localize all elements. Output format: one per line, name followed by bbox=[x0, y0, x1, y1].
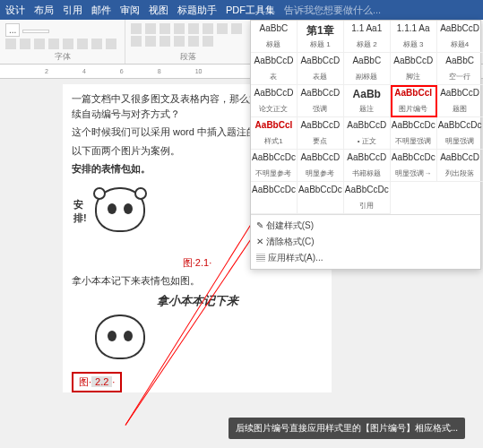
line-spacing-icon[interactable] bbox=[174, 36, 185, 47]
font-group-label: 字体 bbox=[55, 51, 71, 63]
style-item-标题 3[interactable]: 1.1.1 Aa标题 3 bbox=[391, 21, 437, 53]
tab-mail[interactable]: 邮件 bbox=[91, 4, 111, 17]
style-item-副标题[interactable]: AaBbC副标题 bbox=[344, 53, 391, 85]
font-color-icon[interactable] bbox=[106, 39, 116, 49]
style-item-表题[interactable]: AaBbCcD表题 bbox=[298, 53, 344, 85]
style-item-明显参考[interactable]: AaBbCcD明显参考 bbox=[298, 150, 344, 182]
style-item-样式1[interactable]: AaBbCcI样式1 bbox=[251, 117, 298, 150]
ribbon-tabs: 设计 布局 引用 邮件 审阅 视图 标题助手 PDF工具集 告诉我您想要做什么.… bbox=[0, 0, 483, 20]
border-icon[interactable] bbox=[203, 36, 213, 47]
marks-icon[interactable] bbox=[217, 23, 228, 34]
paragraph-group: 段落 bbox=[125, 20, 251, 64]
bullet-list-icon[interactable] bbox=[131, 23, 142, 34]
para-group-label: 段落 bbox=[180, 51, 196, 63]
align-left-icon[interactable] bbox=[231, 23, 242, 34]
cartoon-text-2: 拿小本本记下来 bbox=[72, 292, 323, 310]
font-family-select[interactable]: ... bbox=[5, 23, 20, 37]
style-item-强调[interactable]: AaBbCcD强调 bbox=[298, 85, 344, 117]
style-item-不明显参考[interactable]: AaBbCcDc不明显参考 bbox=[251, 150, 298, 182]
style-item-不明显强调[interactable]: AaBbCcDc不明显强调 bbox=[391, 117, 437, 150]
multilevel-icon[interactable] bbox=[160, 23, 170, 34]
style-item-论文正文[interactable]: AaBbCcD论文正文 bbox=[251, 85, 298, 117]
font-group: ... 字体 bbox=[0, 20, 125, 64]
styles-gallery: AaBbC标题第1章标题 11.1 Aa1标题 21.1.1 Aa标题 3AaB… bbox=[250, 20, 481, 270]
strike-icon[interactable] bbox=[48, 39, 59, 49]
style-item-引用[interactable]: AaBbCcDc引用 bbox=[344, 182, 391, 214]
style-item-图片编号[interactable]: AaBbCcI图片编号 bbox=[391, 85, 437, 117]
style-item-空一行[interactable]: AaBbC空一行 bbox=[437, 53, 483, 85]
align-center-icon[interactable] bbox=[131, 36, 142, 47]
style-item-25[interactable]: AaBbCcDc bbox=[251, 182, 298, 214]
tab-review[interactable]: 审阅 bbox=[120, 4, 140, 17]
style-item-标题 2[interactable]: 1.1 Aa1标题 2 bbox=[344, 21, 391, 53]
highlight-icon[interactable] bbox=[91, 39, 102, 49]
style-item-标题 1[interactable]: 第1章标题 1 bbox=[298, 21, 344, 53]
justify-icon[interactable] bbox=[160, 36, 170, 47]
underline-icon[interactable] bbox=[34, 39, 45, 49]
apply-style-action[interactable]: ▤ 应用样式(A)... bbox=[256, 250, 475, 266]
style-item-明显强调→[interactable]: AaBbCcDc明显强调→ bbox=[391, 150, 437, 182]
tab-layout[interactable]: 布局 bbox=[34, 4, 54, 17]
cartoon-image-2 bbox=[81, 313, 161, 365]
align-right-icon[interactable] bbox=[145, 36, 156, 47]
tab-heading-helper[interactable]: 标题助手 bbox=[177, 4, 217, 17]
style-item-列出段落[interactable]: AaBbCcD列出段落 bbox=[437, 150, 483, 182]
body-text: 拿小本本记下来表情包如图。 bbox=[72, 273, 323, 289]
italic-icon[interactable] bbox=[20, 39, 30, 49]
style-item-明显强调[interactable]: AaBbCcDc明显强调 bbox=[437, 117, 483, 150]
tab-references[interactable]: 引用 bbox=[63, 4, 82, 17]
annotation-tooltip: 后续图片编号直接应用样式里的【图片编号】相应格式... bbox=[229, 418, 465, 439]
style-item-脚注[interactable]: AaBbCcD脚注 bbox=[391, 53, 437, 85]
style-item-标题4[interactable]: AaBbCcD标题4 bbox=[437, 21, 483, 53]
style-item-26[interactable]: AaBbCcDc bbox=[298, 182, 344, 214]
indent-dec-icon[interactable] bbox=[174, 23, 185, 34]
number-list-icon[interactable] bbox=[145, 23, 156, 34]
sort-icon[interactable] bbox=[203, 23, 213, 34]
clear-format-action[interactable]: ✕ 清除格式(C) bbox=[256, 234, 475, 250]
bold-icon[interactable] bbox=[5, 39, 16, 49]
tell-me-search[interactable]: 告诉我您想要做什么... bbox=[284, 4, 381, 17]
tab-design[interactable]: 设计 bbox=[5, 4, 25, 17]
shading-icon[interactable] bbox=[188, 36, 199, 47]
tab-view[interactable]: 视图 bbox=[149, 4, 168, 17]
style-item-表[interactable]: AaBbCcD表 bbox=[251, 53, 298, 85]
create-style-action[interactable]: ✎ 创建样式(S) bbox=[256, 218, 475, 234]
style-item-题注[interactable]: AaBb题注 bbox=[344, 85, 391, 117]
style-item-标题[interactable]: AaBbC标题 bbox=[251, 21, 298, 53]
indent-inc-icon[interactable] bbox=[188, 23, 199, 34]
superscript-icon[interactable] bbox=[77, 39, 88, 49]
figure-caption-2-selected[interactable]: 图·2.2· bbox=[72, 372, 122, 392]
style-item-要点[interactable]: AaBbCcD要点 bbox=[298, 117, 344, 150]
style-item-书籍标题[interactable]: AaBbCcD书籍标题 bbox=[344, 150, 391, 182]
tab-pdf-tools[interactable]: PDF工具集 bbox=[226, 4, 275, 17]
style-item-题图[interactable]: AaBbCcD题图 bbox=[437, 85, 483, 117]
styles-actions: ✎ 创建样式(S) ✕ 清除格式(C) ▤ 应用样式(A)... bbox=[251, 214, 480, 269]
cartoon-image-1: 安排! bbox=[81, 180, 161, 252]
subscript-icon[interactable] bbox=[63, 39, 73, 49]
style-item-• 正文[interactable]: AaBbCcD• 正文 bbox=[344, 117, 391, 150]
font-size-select[interactable] bbox=[22, 30, 49, 33]
